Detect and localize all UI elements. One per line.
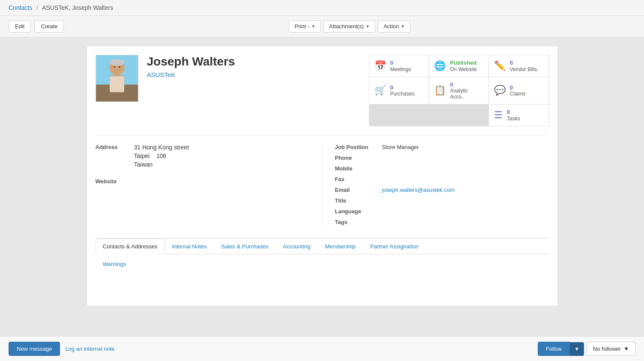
contact-details: Address 31 Hong Kong street Taipei 106 T… — [96, 135, 549, 230]
published-count: Published — [450, 60, 476, 66]
action-dropdown[interactable]: Action ▼ — [378, 20, 410, 33]
tab-membership[interactable]: Membership — [318, 239, 363, 254]
stat-purchases[interactable]: 🛒 0 Purchases — [369, 77, 429, 104]
create-button[interactable]: Create — [34, 20, 64, 33]
toolbar: Edit Create Print - ▼ Attachment(s) ▼ Ac… — [0, 16, 644, 37]
tabs-section: Contacts & Addresses Internal Notes Sale… — [96, 238, 549, 297]
breadcrumb-separator: / — [36, 4, 38, 11]
tab-warnings[interactable]: Warnings — [96, 256, 133, 272]
tab-sales-purchases[interactable]: Sales & Purchases — [214, 239, 276, 254]
log-note-link[interactable]: Log an internal note — [65, 346, 114, 352]
address-row: Address 31 Hong Kong street Taipei 106 T… — [96, 144, 313, 170]
stat-claims[interactable]: 💬 0 Claims — [489, 77, 548, 104]
mobile-row: Mobile — [335, 165, 549, 172]
job-position-row: Job Position Store Manager — [335, 144, 549, 150]
stat-tasks[interactable]: ☰ 0 Tasks — [489, 104, 548, 126]
contact-name-section: Joseph Walters ASUSTeK — [147, 55, 360, 126]
address-country: Taiwan — [134, 161, 189, 168]
job-position-label: Job Position — [335, 144, 382, 150]
address-street: 31 Hong Kong street — [134, 144, 189, 151]
address-value: 31 Hong Kong street Taipei 106 Taiwan — [134, 144, 189, 170]
cart-icon: 🛒 — [374, 85, 386, 96]
svg-point-6 — [118, 66, 120, 68]
fax-row: Fax — [335, 176, 549, 182]
email-value[interactable]: joseph.walters@asustek.com — [382, 187, 455, 193]
tags-label: Tags — [335, 219, 382, 225]
stat-vendor-bills[interactable]: ✏️ 0 Vendor Bills. — [489, 55, 548, 77]
toolbar-left: Edit Create — [9, 20, 64, 33]
vendor-bills-count: 0 — [510, 60, 539, 66]
stat-tasks-info: 0 Tasks — [507, 109, 520, 122]
bottom-bar-right: Follow ▼ No follower ▼ — [538, 342, 635, 356]
meetings-label: Meetings — [390, 66, 411, 72]
breadcrumb-current: ASUSTeK, Joseph Walters — [42, 4, 113, 11]
language-row: Language — [335, 208, 549, 215]
website-label: Website — [96, 178, 134, 185]
purchases-label: Purchases — [390, 91, 415, 97]
job-position-value: Store Manager — [382, 144, 419, 150]
print-dropdown[interactable]: Print - ▼ — [289, 20, 321, 33]
follow-caret-icon: ▼ — [574, 346, 579, 352]
follow-button[interactable]: Follow — [538, 342, 570, 356]
published-label: On Website — [450, 66, 476, 72]
tab-internal-notes[interactable]: Internal Notes — [165, 239, 214, 254]
edit-button[interactable]: Edit — [9, 20, 31, 33]
no-follower-button[interactable]: No follower ▼ — [587, 342, 635, 356]
stat-published-info: Published On Website — [450, 60, 476, 72]
tab-partner-assignation[interactable]: Partner Assignation — [363, 239, 426, 254]
phone-label: Phone — [335, 155, 382, 161]
mobile-label: Mobile — [335, 165, 382, 172]
stat-purchases-info: 0 Purchases — [390, 84, 415, 97]
detail-left: Address 31 Hong Kong street Taipei 106 T… — [96, 144, 322, 230]
contact-company[interactable]: ASUSTeK — [147, 71, 360, 78]
attachments-dropdown[interactable]: Attachment(s) ▼ — [323, 20, 375, 33]
stat-claims-info: 0 Claims — [510, 84, 526, 97]
tasks-icon: ☰ — [494, 110, 503, 121]
claims-label: Claims — [510, 91, 526, 97]
globe-icon: 🌐 — [434, 60, 446, 72]
phone-row: Phone — [335, 155, 549, 161]
tags-row: Tags — [335, 219, 549, 225]
edit-icon: ✏️ — [494, 60, 506, 72]
tasks-count: 0 — [507, 109, 520, 116]
print-caret-icon: ▼ — [311, 24, 315, 29]
main-content: Joseph Walters ASUSTeK 📅 0 Meetings 🌐 Pu… — [0, 37, 644, 336]
language-label: Language — [335, 208, 382, 215]
action-label: Action — [383, 23, 399, 30]
attachments-label: Attachment(s) — [329, 23, 364, 30]
avatar — [96, 55, 138, 102]
svg-rect-8 — [110, 76, 124, 92]
claims-count: 0 — [510, 84, 526, 91]
stat-meetings-info: 0 Meetings — [390, 60, 411, 72]
title-row: Title — [335, 197, 549, 204]
chat-icon: 💬 — [494, 85, 506, 96]
tabs-bar: Contacts & Addresses Internal Notes Sale… — [96, 239, 549, 254]
stat-published[interactable]: 🌐 Published On Website — [429, 55, 488, 77]
stats-grid: 📅 0 Meetings 🌐 Published On Website ✏️ — [369, 55, 549, 126]
new-message-button[interactable]: New message — [9, 342, 60, 356]
meetings-count: 0 — [390, 60, 411, 66]
tab-accounting[interactable]: Accounting — [276, 239, 318, 254]
tab-contacts-addresses[interactable]: Contacts & Addresses — [96, 239, 165, 254]
contact-name: Joseph Walters — [147, 55, 360, 69]
svg-point-4 — [109, 59, 124, 66]
print-label: Print - — [294, 23, 309, 30]
vendor-bills-label: Vendor Bills. — [510, 66, 539, 72]
tasks-label: Tasks — [507, 116, 520, 122]
follow-caret-button[interactable]: ▼ — [570, 342, 584, 356]
contact-card: Joseph Walters ASUSTeK 📅 0 Meetings 🌐 Pu… — [87, 46, 558, 306]
stat-meetings[interactable]: 📅 0 Meetings — [369, 55, 429, 77]
breadcrumb-bar: Contacts / ASUSTeK, Joseph Walters — [0, 0, 644, 16]
email-row: Email joseph.walters@asustek.com — [335, 187, 549, 193]
address-label: Address — [96, 144, 134, 150]
website-row: Website — [96, 178, 313, 185]
toolbar-center: Print - ▼ Attachment(s) ▼ Action ▼ — [64, 20, 635, 33]
breadcrumb-parent[interactable]: Contacts — [9, 4, 32, 11]
detail-right: Job Position Store Manager Phone Mobile … — [322, 144, 549, 230]
attachments-caret-icon: ▼ — [365, 24, 370, 29]
action-caret-icon: ▼ — [401, 24, 405, 29]
purchases-count: 0 — [390, 84, 415, 91]
no-follower-label: No follower — [593, 346, 621, 352]
stat-vendor-bills-info: 0 Vendor Bills. — [510, 60, 539, 72]
stat-analytic[interactable]: 📋 0 Analytic Acco.. — [429, 77, 488, 104]
